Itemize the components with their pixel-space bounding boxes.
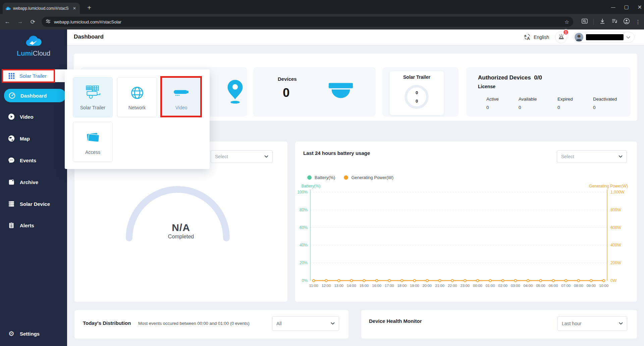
popup-card-video[interactable]: Video: [161, 77, 201, 117]
svg-text:02:00: 02:00: [498, 284, 507, 288]
location-pin-icon: [225, 77, 245, 107]
sidebar-item-settings[interactable]: ⚙ Settings: [0, 327, 67, 340]
license-column-available: Available0: [519, 97, 537, 110]
license-column-label: Deactivated: [593, 97, 617, 102]
notifications-button[interactable]: 1: [555, 31, 567, 43]
device-health-card: Device Health Monitor Last hour: [361, 310, 637, 339]
sidebar-item-solar-device[interactable]: Solar Device: [0, 197, 67, 211]
svg-text:600W: 600W: [610, 225, 621, 230]
popup-card-label: Access: [73, 150, 112, 155]
svg-text:01:00: 01:00: [486, 284, 495, 288]
sidebar-item-dashboard[interactable]: Dashboard: [4, 89, 66, 102]
popup-card-solar-trailer[interactable]: Solar Trailer: [73, 77, 113, 117]
battery-usage-card: Last 24 hours battery usage Select Batte…: [295, 141, 637, 302]
forward-button[interactable]: →: [16, 18, 24, 25]
sidebar-item-label: Archive: [20, 179, 38, 185]
device-health-title: Device Health Monitor: [369, 318, 422, 324]
chevron-down-icon: [626, 34, 630, 40]
gauge-value: N/A: [74, 222, 287, 233]
sidebar-item-map[interactable]: Map: [0, 132, 67, 145]
browser-toolbar: ← → ⟳ webapp.lumicloud.com/#/stacSolar ☆…: [0, 14, 644, 30]
svg-text:21:00: 21:00: [435, 284, 444, 288]
window-minimize-button[interactable]: —: [611, 5, 615, 10]
svg-text:09:00: 09:00: [587, 284, 596, 288]
sidebar-item-label: Settings: [20, 331, 40, 337]
sidebar-item-archive[interactable]: Archive: [0, 175, 67, 189]
network-icon: [117, 83, 157, 102]
browser-menu-icon[interactable]: ⋮: [635, 19, 641, 25]
sidebar-item-video[interactable]: Video: [0, 110, 67, 123]
chevron-down-icon: [264, 155, 268, 158]
site-settings-icon[interactable]: [46, 19, 51, 25]
chevron-down-icon: [331, 322, 335, 325]
distribution-filter-dropdown[interactable]: All: [272, 316, 339, 331]
svg-text:60%: 60%: [300, 225, 308, 230]
user-menu[interactable]: [573, 32, 635, 43]
app-switcher-popup: Solar TrailerNetworkVideoAccess: [65, 69, 210, 169]
license-column-expired: Expired0: [557, 97, 573, 110]
gear-icon: ⚙: [7, 330, 15, 338]
sidebar-item-label: Alerts: [20, 223, 34, 228]
browser-profile-icon[interactable]: [623, 18, 630, 26]
logo-text-cloud: Cloud: [33, 50, 50, 57]
page-header: Dashboard aA English 1: [67, 30, 644, 45]
popup-card-access[interactable]: Access: [73, 122, 113, 162]
sidebar-item-label: Map: [20, 136, 30, 141]
devices-value: 0: [283, 86, 290, 100]
sidebar-item-label: Dashboard: [20, 93, 47, 99]
back-button[interactable]: ←: [3, 18, 11, 25]
tab-search-icon[interactable]: [581, 18, 588, 26]
svg-text:18:00: 18:00: [397, 284, 407, 288]
gauge-select-dropdown[interactable]: Select: [211, 150, 273, 163]
popup-card-network[interactable]: Network: [117, 77, 157, 117]
tab-favicon-cloud-icon: [5, 6, 11, 11]
sidebar-item-label: Solar Device: [20, 201, 50, 207]
new-tab-button[interactable]: +: [85, 3, 94, 13]
distribution-title: Today's Distribution: [83, 320, 131, 326]
language-label: English: [534, 35, 549, 40]
svg-text:10:00: 10:00: [599, 284, 608, 288]
logo-text-lumi: Lumi: [17, 50, 33, 57]
window-close-button[interactable]: ✕: [638, 4, 642, 10]
svg-text:17:00: 17:00: [385, 284, 394, 288]
language-selector[interactable]: aA English: [524, 33, 549, 42]
tab-close-icon[interactable]: ✕: [72, 6, 77, 11]
svg-text:80%: 80%: [300, 208, 308, 212]
license-column-label: Active: [486, 97, 499, 102]
counter-value-bottom: 0: [390, 99, 444, 104]
clipboard-icon: [7, 221, 15, 229]
url-bar[interactable]: webapp.lumicloud.com/#/stacSolar ☆: [42, 17, 573, 27]
gauge-label: Completed: [74, 234, 287, 240]
sidebar-app-selector-solar-trailer[interactable]: Solar Trailer: [2, 69, 67, 82]
solar-trailer-icon: [73, 83, 112, 102]
sidebar-item-alerts[interactable]: Alerts: [0, 219, 67, 232]
downloads-icon[interactable]: [599, 18, 606, 26]
browser-tab[interactable]: webapp.lumicloud.com/#/stacS ✕: [3, 3, 80, 14]
svg-text:100%: 100%: [297, 190, 308, 194]
license-column-label: Expired: [557, 97, 573, 102]
svg-text:1,000W: 1,000W: [610, 190, 625, 194]
license-column-value: 0: [593, 105, 617, 110]
counter-value-top: 0: [390, 90, 444, 95]
stat-card-devices: Devices 0: [253, 67, 376, 117]
map-icon: [7, 134, 15, 142]
popup-card-label: Video: [162, 105, 201, 110]
svg-text:0W: 0W: [610, 278, 617, 283]
video-camera-icon: [162, 83, 201, 102]
sidebar-item-events[interactable]: Events: [0, 154, 67, 167]
bookmark-star-icon[interactable]: ☆: [565, 19, 569, 25]
svg-text:13:00: 13:00: [334, 284, 343, 288]
archive-icon: [7, 178, 15, 186]
window-maximize-button[interactable]: ▢: [624, 4, 629, 10]
page-title: Dashboard: [74, 34, 104, 40]
svg-text:20:00: 20:00: [423, 284, 432, 288]
health-range-dropdown[interactable]: Last hour: [557, 316, 627, 331]
dome-camera-icon: [328, 80, 354, 103]
svg-text:A: A: [527, 36, 530, 41]
svg-text:07:00: 07:00: [561, 284, 571, 288]
stat-card-solar-trailer: Solar Trailer 0 0: [382, 67, 459, 117]
sidebar: LumiCloud Solar Trailer DashboardVideoMa…: [0, 30, 67, 346]
reload-button[interactable]: ⟳: [29, 18, 37, 25]
svg-text:16:00: 16:00: [372, 284, 381, 288]
media-playlist-icon[interactable]: [611, 18, 618, 26]
